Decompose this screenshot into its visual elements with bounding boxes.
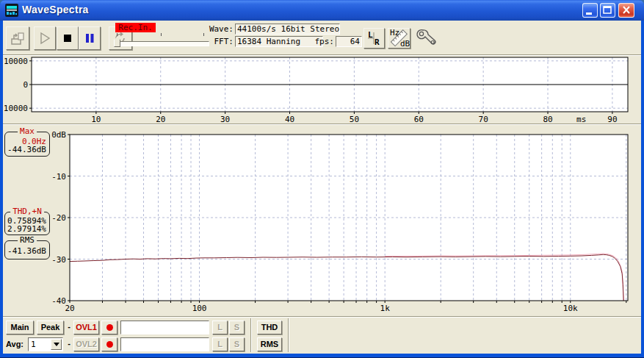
play-button[interactable] [34,26,56,50]
y-tick-label: -10 [51,172,66,182]
y-tick-label: -40 [51,296,66,306]
app-icon [5,4,18,17]
rms-value: -41.36dB [5,247,49,255]
play-icon [37,31,52,46]
overlay-input-1[interactable] [120,321,209,334]
svg-text:R: R [375,37,380,47]
y-tick-label: -30 [51,255,66,265]
avg-select[interactable]: 1 [28,337,63,351]
stop-button[interactable] [57,26,79,50]
y-tick-label: 10000 [4,57,28,66]
max-level-value: -44.36dB [5,146,49,154]
hz-db-ruler-icon: Hz dB [388,29,410,48]
minimize-button[interactable] [582,3,598,18]
red-dot-icon [106,324,113,331]
fps-label: fps: [308,37,334,47]
ovl1-button[interactable]: OVL1 [73,321,99,334]
toolbar-separator [3,54,641,55]
x-tick-label: 1k [380,304,391,313]
avg-label: Avg: [6,337,23,351]
spectrum-chart: 201001k10k0dB-10-20-30-40 [3,125,641,316]
peak-button[interactable]: Peak [37,321,64,334]
window-title: WaveSpectra [22,4,89,15]
save-button-1[interactable]: S [229,321,245,334]
x-tick-label: 60 [414,115,424,123]
hz-db-scale-button[interactable]: Hz dB [388,28,410,49]
settings-wrench-icon[interactable] [416,28,438,49]
max-readout: Max 0.0Hz -44.36dB [4,132,50,157]
overlay-input-2[interactable] [120,337,209,351]
combo-arrow-button[interactable] [51,339,62,350]
fps-value: 64 [336,36,362,47]
red-dot-icon [106,341,113,348]
rms-button[interactable]: RMS [257,337,282,351]
rec-in-badge: Rec.In. [115,23,156,32]
titlebar: WaveSpectra [0,0,644,21]
pause-button[interactable] [79,26,101,50]
open-button[interactable] [6,26,29,50]
x-tick-label: 50 [350,115,359,123]
x-tick-label: 70 [479,115,488,123]
x-tick-label: 20 [156,115,165,123]
ovl2-button[interactable]: OVL2 [73,337,99,351]
x-unit-label: ms [576,115,586,123]
chevron-down-icon [54,343,59,346]
thd-readout: THD,+N 0.75894% 2.97914% [4,212,50,235]
thd-button[interactable]: THD [257,321,282,334]
slider-tick [117,33,117,36]
wave-label: Wave: [178,24,234,35]
y-tick-label: 0dB [51,130,66,140]
waveform-chart: 102030405060708090ms100000-10000 [3,56,641,123]
avg-value: 1 [31,339,36,350]
close-button[interactable] [618,3,634,18]
fft-label: FFT: [178,37,234,47]
save-button-2[interactable]: S [229,337,245,351]
y-tick-label: -20 [51,213,66,223]
y-tick-label: -10000 [3,104,28,113]
x-tick-label: 40 [285,115,294,123]
x-tick-label: 10k [563,304,578,313]
main-button[interactable]: Main [6,321,34,334]
app-window: WaveSpectra [0,0,644,358]
lr-channel-button[interactable]: L R [363,28,385,49]
slider-thumb[interactable] [114,37,120,47]
vertical-separator [288,318,289,352]
svg-text:dB: dB [400,39,410,48]
slider-tick [161,33,162,36]
y-tick-label: 0 [23,80,28,90]
vertical-separator [250,318,251,352]
panel-separator [3,123,641,124]
max-label: Max [18,127,37,136]
pause-icon [82,31,97,46]
bottombar-separator [3,316,641,317]
wave-value: 44100s/s 16bit Stereo [235,24,340,35]
x-tick-label: 90 [607,115,617,123]
stop-icon [60,31,75,46]
thd-value-2: 2.97914% [5,225,49,233]
x-tick-label: 80 [543,115,552,123]
x-tick-label: 30 [220,115,230,123]
rms-readout: RMS -41.36dB [4,240,50,259]
lr-channel-icon: L R [364,29,384,48]
rec-dot-button-1[interactable] [101,321,117,334]
dash-separator: - [65,337,73,351]
maximize-button[interactable] [600,3,615,18]
dash-separator: - [65,321,73,334]
load-button-1[interactable]: L [212,321,228,334]
rec-dot-button-2[interactable] [101,337,117,351]
load-button-2[interactable]: L [212,337,228,351]
rms-label: RMS [18,236,37,245]
x-tick-label: 10 [91,115,101,123]
svg-text:Hz: Hz [390,29,399,37]
open-file-icon [10,30,26,46]
x-tick-label: 100 [192,304,207,313]
thd-label: THD,+N [10,207,44,216]
x-tick-label: 20 [65,304,74,313]
